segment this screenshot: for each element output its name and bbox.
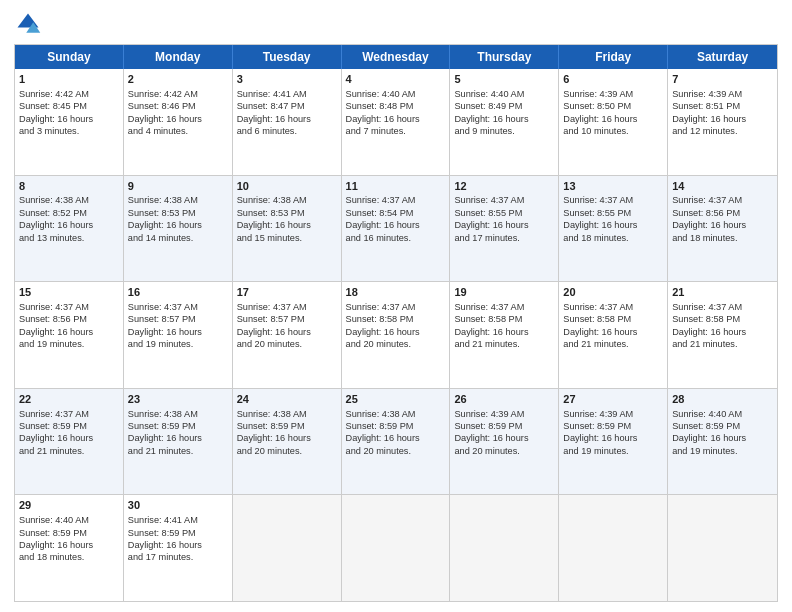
cell-line: Sunset: 8:53 PM xyxy=(128,207,228,219)
cell-line: Sunset: 8:59 PM xyxy=(672,420,773,432)
cell-line: Daylight: 16 hours xyxy=(672,113,773,125)
cell-line: Daylight: 16 hours xyxy=(563,219,663,231)
cell-line: Sunset: 8:54 PM xyxy=(346,207,446,219)
cell-line: and 16 minutes. xyxy=(346,232,446,244)
calendar-cell: 16Sunrise: 4:37 AMSunset: 8:57 PMDayligh… xyxy=(124,282,233,388)
cell-line: Sunrise: 4:37 AM xyxy=(672,194,773,206)
calendar: SundayMondayTuesdayWednesdayThursdayFrid… xyxy=(14,44,778,602)
cell-line: Daylight: 16 hours xyxy=(563,326,663,338)
calendar-cell xyxy=(450,495,559,601)
day-number: 12 xyxy=(454,179,554,194)
calendar-cell: 24Sunrise: 4:38 AMSunset: 8:59 PMDayligh… xyxy=(233,389,342,495)
day-number: 1 xyxy=(19,72,119,87)
day-number: 25 xyxy=(346,392,446,407)
cell-line: Sunset: 8:59 PM xyxy=(454,420,554,432)
day-number: 28 xyxy=(672,392,773,407)
cell-line: and 21 minutes. xyxy=(672,338,773,350)
cell-line: Sunrise: 4:38 AM xyxy=(128,408,228,420)
cell-line: and 19 minutes. xyxy=(19,338,119,350)
cell-line: and 14 minutes. xyxy=(128,232,228,244)
cell-line: and 21 minutes. xyxy=(454,338,554,350)
cell-line: and 21 minutes. xyxy=(19,445,119,457)
header-day-saturday: Saturday xyxy=(668,45,777,69)
calendar-cell: 26Sunrise: 4:39 AMSunset: 8:59 PMDayligh… xyxy=(450,389,559,495)
calendar-cell: 7Sunrise: 4:39 AMSunset: 8:51 PMDaylight… xyxy=(668,69,777,175)
cell-line: Daylight: 16 hours xyxy=(346,113,446,125)
cell-line: Sunrise: 4:41 AM xyxy=(237,88,337,100)
cell-line: and 18 minutes. xyxy=(19,551,119,563)
calendar-week-3: 15Sunrise: 4:37 AMSunset: 8:56 PMDayligh… xyxy=(15,282,777,389)
calendar-cell: 4Sunrise: 4:40 AMSunset: 8:48 PMDaylight… xyxy=(342,69,451,175)
cell-line: Sunrise: 4:38 AM xyxy=(19,194,119,206)
cell-line: Sunrise: 4:39 AM xyxy=(454,408,554,420)
day-number: 2 xyxy=(128,72,228,87)
cell-line: Sunset: 8:49 PM xyxy=(454,100,554,112)
cell-line: Sunset: 8:59 PM xyxy=(128,527,228,539)
calendar-cell: 13Sunrise: 4:37 AMSunset: 8:55 PMDayligh… xyxy=(559,176,668,282)
cell-line: and 13 minutes. xyxy=(19,232,119,244)
day-number: 11 xyxy=(346,179,446,194)
cell-line: Sunrise: 4:40 AM xyxy=(346,88,446,100)
day-number: 6 xyxy=(563,72,663,87)
cell-line: Sunrise: 4:38 AM xyxy=(346,408,446,420)
header-day-friday: Friday xyxy=(559,45,668,69)
cell-line: Sunrise: 4:38 AM xyxy=(128,194,228,206)
day-number: 7 xyxy=(672,72,773,87)
day-number: 16 xyxy=(128,285,228,300)
cell-line: Sunrise: 4:37 AM xyxy=(19,408,119,420)
cell-line: and 6 minutes. xyxy=(237,125,337,137)
calendar-cell: 23Sunrise: 4:38 AMSunset: 8:59 PMDayligh… xyxy=(124,389,233,495)
header-day-wednesday: Wednesday xyxy=(342,45,451,69)
page-header xyxy=(14,10,778,38)
cell-line: Sunrise: 4:42 AM xyxy=(19,88,119,100)
cell-line: Daylight: 16 hours xyxy=(346,432,446,444)
day-number: 4 xyxy=(346,72,446,87)
cell-line: and 21 minutes. xyxy=(128,445,228,457)
cell-line: Sunset: 8:56 PM xyxy=(672,207,773,219)
cell-line: Sunrise: 4:37 AM xyxy=(19,301,119,313)
cell-line: Sunrise: 4:39 AM xyxy=(672,88,773,100)
cell-line: Sunset: 8:56 PM xyxy=(19,313,119,325)
cell-line: Daylight: 16 hours xyxy=(19,113,119,125)
calendar-cell: 22Sunrise: 4:37 AMSunset: 8:59 PMDayligh… xyxy=(15,389,124,495)
cell-line: and 19 minutes. xyxy=(563,445,663,457)
cell-line: Sunset: 8:58 PM xyxy=(454,313,554,325)
cell-line: Sunset: 8:58 PM xyxy=(672,313,773,325)
cell-line: Daylight: 16 hours xyxy=(563,432,663,444)
cell-line: Sunrise: 4:37 AM xyxy=(454,194,554,206)
cell-line: Sunrise: 4:38 AM xyxy=(237,194,337,206)
day-number: 19 xyxy=(454,285,554,300)
cell-line: Sunset: 8:58 PM xyxy=(346,313,446,325)
calendar-cell: 12Sunrise: 4:37 AMSunset: 8:55 PMDayligh… xyxy=(450,176,559,282)
day-number: 10 xyxy=(237,179,337,194)
day-number: 24 xyxy=(237,392,337,407)
cell-line: Daylight: 16 hours xyxy=(19,219,119,231)
calendar-cell: 17Sunrise: 4:37 AMSunset: 8:57 PMDayligh… xyxy=(233,282,342,388)
cell-line: Sunrise: 4:39 AM xyxy=(563,408,663,420)
cell-line: Sunset: 8:59 PM xyxy=(128,420,228,432)
day-number: 9 xyxy=(128,179,228,194)
header-day-sunday: Sunday xyxy=(15,45,124,69)
calendar-cell: 6Sunrise: 4:39 AMSunset: 8:50 PMDaylight… xyxy=(559,69,668,175)
cell-line: and 20 minutes. xyxy=(237,338,337,350)
cell-line: Sunrise: 4:37 AM xyxy=(672,301,773,313)
calendar-cell: 1Sunrise: 4:42 AMSunset: 8:45 PMDaylight… xyxy=(15,69,124,175)
cell-line: Sunrise: 4:40 AM xyxy=(19,514,119,526)
calendar-cell: 30Sunrise: 4:41 AMSunset: 8:59 PMDayligh… xyxy=(124,495,233,601)
day-number: 15 xyxy=(19,285,119,300)
cell-line: Sunset: 8:50 PM xyxy=(563,100,663,112)
cell-line: Sunset: 8:57 PM xyxy=(128,313,228,325)
logo-icon xyxy=(14,10,42,38)
cell-line: Daylight: 16 hours xyxy=(672,432,773,444)
day-number: 20 xyxy=(563,285,663,300)
cell-line: Daylight: 16 hours xyxy=(237,113,337,125)
calendar-body: 1Sunrise: 4:42 AMSunset: 8:45 PMDaylight… xyxy=(15,69,777,601)
calendar-week-5: 29Sunrise: 4:40 AMSunset: 8:59 PMDayligh… xyxy=(15,495,777,601)
cell-line: Sunset: 8:59 PM xyxy=(237,420,337,432)
cell-line: and 9 minutes. xyxy=(454,125,554,137)
cell-line: Daylight: 16 hours xyxy=(454,326,554,338)
cell-line: Sunset: 8:45 PM xyxy=(19,100,119,112)
cell-line: and 12 minutes. xyxy=(672,125,773,137)
cell-line: Daylight: 16 hours xyxy=(454,219,554,231)
cell-line: Sunrise: 4:37 AM xyxy=(128,301,228,313)
